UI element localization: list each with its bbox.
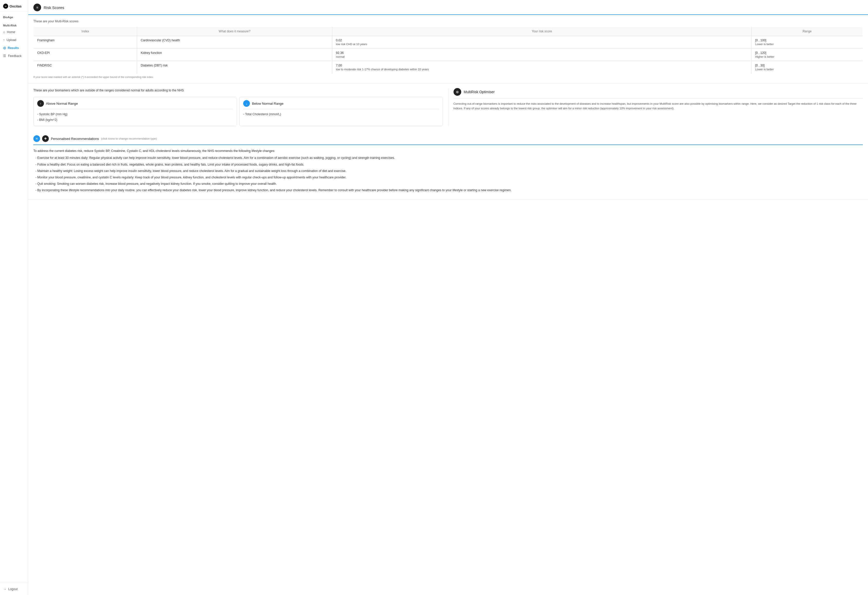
row2-index: CKD-EPI xyxy=(34,49,137,61)
row1-score-sub: low risk CHD at 10 years xyxy=(336,43,748,46)
reco-item-3: - Monitor your blood pressure, creatinin… xyxy=(33,175,863,180)
biomarkers-col: These are your biomarkers which are outs… xyxy=(33,88,449,126)
range-columns: ↑ Above Normal Range - Systolic BP (mm H… xyxy=(33,97,443,126)
page-title: Risk Scores xyxy=(44,5,64,10)
below-range-items: - Total Cholesterol (mmol/L) xyxy=(243,112,439,117)
sidebar-item-home-label: Home xyxy=(7,30,15,34)
sidebar-item-feedback-label: Feedback xyxy=(8,54,22,58)
table-row: FINDRISC Diabetes (DBT) risk 7.00 low to… xyxy=(34,61,863,74)
below-range-icon: ↓ xyxy=(243,100,250,107)
upload-icon: ↑ xyxy=(3,38,5,42)
reco-icon2[interactable]: ✚ xyxy=(42,135,49,142)
reco-icon1-glyph: ≋ xyxy=(35,137,38,140)
reco-icon2-glyph: ✚ xyxy=(44,137,47,140)
sidebar-item-feedback[interactable]: ☰ Feedback xyxy=(0,52,28,60)
reco-intro: To address the current diabetes risk, re… xyxy=(33,149,863,153)
sidebar-item-results-label: Results xyxy=(8,46,19,50)
above-range-icon: ↑ xyxy=(37,100,44,107)
row2-measure: Kidney function xyxy=(137,49,332,61)
row3-score-main: 7.00 xyxy=(336,64,748,67)
row2-range: [0 , 120] Higher is better xyxy=(751,49,863,61)
row2-score-sub: normal xyxy=(336,55,748,58)
row1-range-sub: Lower is better xyxy=(755,43,859,46)
page-header-icon: ≡ xyxy=(33,4,41,11)
logo: ∞ Oxcitas xyxy=(0,0,28,12)
results-icon: ◎ xyxy=(3,46,6,50)
biomarkers-optimiser-section: These are your biomarkers which are outs… xyxy=(28,83,868,131)
above-range-header: ↑ Above Normal Range xyxy=(37,100,233,109)
sidebar-item-home[interactable]: ⌂ Home xyxy=(0,28,28,36)
reco-header: ≋ ✚ Personalised Recommendations (click … xyxy=(33,135,863,145)
row1-range: [0 , 100] Lower is better xyxy=(751,36,863,49)
row2-score-main: 92.36 xyxy=(336,51,748,54)
reco-title: Personalised Recommendations xyxy=(51,137,99,141)
home-icon: ⌂ xyxy=(3,30,5,34)
table-footnote: If your score was marked with an asteris… xyxy=(33,76,863,78)
row3-measure: Diabetes (DBT) risk xyxy=(137,61,332,74)
col-index: Index xyxy=(34,27,137,36)
below-range-title: Below Normal Range xyxy=(252,102,283,106)
row3-range-main: [0 , 30] xyxy=(755,64,859,67)
reco-item-1: - Follow a healthy diet: Focus on eating… xyxy=(33,162,863,167)
above-range-items: - Systolic BP (mm Hg) - BMI (kg/m^2) xyxy=(37,112,233,123)
sidebar-item-logout-label: Logout xyxy=(8,587,18,591)
row2-score: 92.36 normal xyxy=(332,49,752,61)
risk-table: Index What does it measure? Your risk sc… xyxy=(33,27,863,74)
row1-measure: Cardiovascular (CVD) health xyxy=(137,36,332,49)
above-item-1: - BMI (kg/m^2) xyxy=(37,117,233,123)
multirisk-label: Multi-Risk xyxy=(0,20,28,28)
optimiser-header: ⊗ MultiRisk Optimiser xyxy=(453,88,863,99)
optimiser-title: MultiRisk Optimiser xyxy=(464,90,495,94)
optimiser-icon-glyph: ⊗ xyxy=(456,90,459,94)
row2-range-sub: Higher is better xyxy=(755,55,859,58)
sidebar-nav: BioAge Multi-Risk ⌂ Home ↑ Upload ◎ Resu… xyxy=(0,12,28,583)
reco-item-2: - Maintain a healthy weight: Losing exce… xyxy=(33,169,863,174)
reco-subtitle: (click icons to change recommendation ty… xyxy=(101,137,157,140)
reco-icon1[interactable]: ≋ xyxy=(33,135,40,142)
risk-scores-intro: These are your Multi-Risk scores xyxy=(33,19,863,23)
row3-range-sub: Lower is better xyxy=(755,68,859,71)
sidebar-item-upload[interactable]: ↑ Upload xyxy=(0,36,28,44)
row2-range-main: [0 , 120] xyxy=(755,51,859,54)
reco-body: To address the current diabetes risk, re… xyxy=(33,149,863,193)
sidebar-item-results[interactable]: ◎ Results xyxy=(0,44,28,52)
col-measure: What does it measure? xyxy=(137,27,332,36)
row1-score: 0.02 low risk CHD at 10 years xyxy=(332,36,752,49)
reco-item-5: - By incorporating these lifestyle recom… xyxy=(33,188,863,193)
optimiser-text: Correcting out-of-range biomarkers is im… xyxy=(453,102,863,110)
recommendations-section: ≋ ✚ Personalised Recommendations (click … xyxy=(28,131,868,199)
bioage-label: BioAge xyxy=(0,12,28,20)
row1-score-main: 0.02 xyxy=(336,38,748,42)
logout-icon: → xyxy=(3,587,6,591)
header-icon-glyph: ≡ xyxy=(36,5,38,9)
above-range-title: Above Normal Range xyxy=(46,102,78,106)
table-row: CKD-EPI Kidney function 92.36 normal [0 … xyxy=(34,49,863,61)
above-item-0: - Systolic BP (mm Hg) xyxy=(37,112,233,117)
reco-item-0: - Exercise for at least 30 minutes daily… xyxy=(33,156,863,161)
row1-range-main: [0 , 100] xyxy=(755,38,859,42)
page-header: ≡ Risk Scores xyxy=(28,0,868,15)
main-content: ≡ Risk Scores These are your Multi-Risk … xyxy=(28,0,868,595)
col-range: Range xyxy=(751,27,863,36)
logo-text: Oxcitas xyxy=(9,4,22,8)
col-score: Your risk score xyxy=(332,27,752,36)
row3-score-sub: low to moderate risk 1-17% chance of dev… xyxy=(336,68,748,71)
row3-score: 7.00 low to moderate risk 1-17% chance o… xyxy=(332,61,752,74)
optimiser-icon: ⊗ xyxy=(453,88,461,96)
above-normal-range-card: ↑ Above Normal Range - Systolic BP (mm H… xyxy=(33,97,237,126)
row3-index: FINDRISC xyxy=(34,61,137,74)
logo-icon: ∞ xyxy=(3,4,8,9)
row3-range: [0 , 30] Lower is better xyxy=(751,61,863,74)
below-normal-range-card: ↓ Below Normal Range - Total Cholesterol… xyxy=(239,97,443,126)
sidebar-bottom: → Logout xyxy=(0,583,28,595)
optimiser-col: ⊗ MultiRisk Optimiser Correcting out-of-… xyxy=(449,88,863,126)
below-item-0: - Total Cholesterol (mmol/L) xyxy=(243,112,439,117)
feedback-icon: ☰ xyxy=(3,54,6,58)
row1-index: Framingham xyxy=(34,36,137,49)
risk-scores-section: These are your Multi-Risk scores Index W… xyxy=(28,15,868,83)
sidebar: ∞ Oxcitas BioAge Multi-Risk ⌂ Home ↑ Upl… xyxy=(0,0,28,595)
reco-item-4: - Quit smoking: Smoking can worsen diabe… xyxy=(33,181,863,186)
biomarker-intro: These are your biomarkers which are outs… xyxy=(33,88,443,93)
sidebar-item-logout[interactable]: → Logout xyxy=(0,585,28,593)
sidebar-item-upload-label: Upload xyxy=(7,38,16,42)
